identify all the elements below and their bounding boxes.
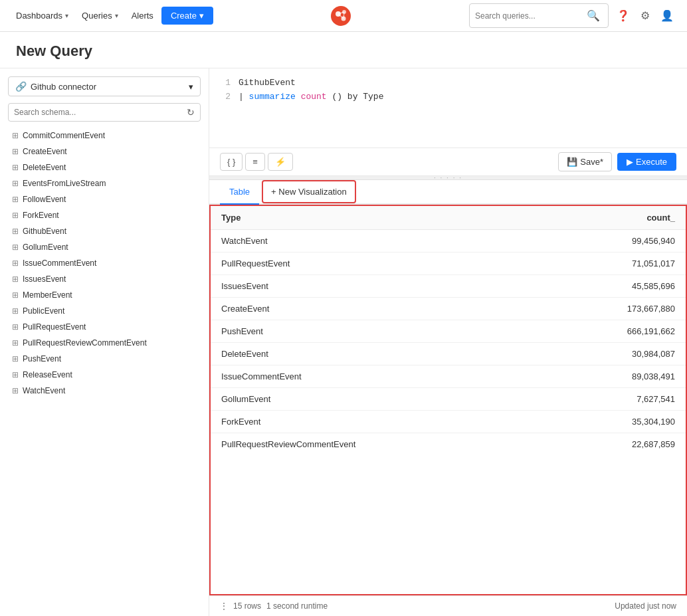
schema-item-label: IssuesEvent	[23, 274, 66, 284]
schema-item-label: CreateEvent	[23, 147, 67, 156]
schema-item[interactable]: ⊞ IssuesEvent	[8, 272, 201, 286]
schema-item[interactable]: ⊞ PublicEvent	[8, 304, 201, 318]
schema-item[interactable]: ⊞ ForkEvent	[8, 208, 201, 223]
schema-item[interactable]: ⊞ IssueCommentEvent	[8, 256, 201, 270]
table-icon: ⊞	[12, 274, 19, 284]
tab-new-visualization[interactable]: + New Visualization	[262, 180, 356, 203]
cell-count: 22,687,859	[540, 433, 686, 456]
table-row: ForkEvent 35,304,190	[211, 411, 686, 433]
schema-item[interactable]: ⊞ PullRequestEvent	[8, 320, 201, 334]
schema-item[interactable]: ⊞ MemberEvent	[8, 288, 201, 302]
schema-item-label: WatchEvent	[23, 386, 65, 395]
runtime-info: 1 second runtime	[266, 601, 328, 611]
schema-item[interactable]: ⊞ FollowEvent	[8, 192, 201, 207]
schema-item-label: PullRequestReviewCommentEvent	[23, 338, 147, 348]
schema-item[interactable]: ⊞ WatchEvent	[8, 383, 201, 398]
editor-section: 1 GithubEvent 2 | summarize count () by …	[209, 68, 687, 176]
page-header: New Query	[0, 32, 687, 68]
cell-type: PullRequestEvent	[211, 253, 540, 275]
schema-item-label: PushEvent	[23, 354, 61, 363]
sidebar: 🔗 Github connector ▾ ↻ ⊞ CommitCommentEv…	[0, 68, 209, 616]
search-bar[interactable]: 🔍	[469, 3, 609, 28]
table-icon: ⊞	[12, 131, 19, 140]
table-icon: ⊞	[12, 338, 19, 348]
schema-item[interactable]: ⊞ CommitCommentEvent	[8, 128, 201, 143]
refresh-icon[interactable]: ↻	[187, 107, 195, 118]
cell-count: 99,456,940	[540, 230, 686, 253]
help-icon[interactable]: ❓	[614, 7, 633, 25]
toolbar-left: { } ≡ ⚡	[220, 153, 293, 171]
code-editor[interactable]: 1 GithubEvent 2 | summarize count () by …	[209, 68, 687, 148]
settings-icon[interactable]: ⚙	[638, 7, 652, 25]
nav-alerts[interactable]: Alerts	[126, 7, 159, 25]
cell-type: CreateEvent	[211, 298, 540, 320]
cell-count: 30,984,087	[540, 343, 686, 365]
table-icon: ⊞	[12, 306, 19, 316]
cell-type: ForkEvent	[211, 411, 540, 433]
execute-play-icon: ▶	[627, 157, 633, 167]
format-button[interactable]: { }	[220, 153, 243, 171]
schema-item-label: FollowEvent	[23, 195, 66, 204]
create-chevron-icon: ▾	[199, 11, 204, 21]
connector-select[interactable]: 🔗 Github connector ▾	[8, 76, 201, 96]
table-icon: ⊞	[12, 290, 19, 300]
schema-button[interactable]: ≡	[245, 153, 265, 171]
search-icon[interactable]: 🔍	[584, 7, 603, 25]
schema-item[interactable]: ⊞ GithubEvent	[8, 224, 201, 239]
table-body: WatchEvent 99,456,940 PullRequestEvent 7…	[211, 230, 686, 456]
schema-item[interactable]: ⊞ CreateEvent	[8, 144, 201, 159]
table-icon: ⊞	[12, 195, 19, 204]
save-button[interactable]: 💾 Save*	[558, 152, 612, 171]
table-icon: ⊞	[12, 163, 19, 172]
results-footer: ⋮ 15 rows 1 second runtime Updated just …	[209, 595, 687, 616]
queries-label: Queries	[82, 11, 112, 21]
cell-type: PushEvent	[211, 320, 540, 343]
execute-button[interactable]: ▶ Execute	[617, 153, 676, 171]
connector-chevron-icon: ▾	[189, 82, 193, 92]
code-content: | summarize count () by Type	[239, 90, 383, 104]
queries-chevron-icon: ▾	[115, 12, 118, 19]
page: New Query 🔗 Github connector ▾ ↻ ⊞ Commi…	[0, 32, 687, 616]
table-icon: ⊞	[12, 243, 19, 252]
nav-dashboards[interactable]: Dashboards ▾	[11, 7, 74, 25]
top-nav: Dashboards ▾ Queries ▾ Alerts Create ▾	[0, 0, 687, 32]
schema-search-input[interactable]	[14, 108, 184, 117]
schema-item[interactable]: ⊞ EventsFromLiveStream	[8, 176, 201, 191]
connector-icon: 🔗	[15, 81, 27, 92]
schema-item[interactable]: ⊞ PullRequestReviewCommentEvent	[8, 336, 201, 350]
cell-type: IssueCommentEvent	[211, 365, 540, 388]
rows-info: 15 rows	[233, 601, 261, 611]
col-type-header: Type	[211, 206, 540, 230]
table-row: IssueCommentEvent 89,038,491	[211, 365, 686, 388]
tab-table[interactable]: Table	[220, 180, 259, 205]
user-avatar[interactable]: 👤	[658, 7, 676, 25]
autocomplete-button[interactable]: ⚡	[268, 153, 293, 171]
schema-item[interactable]: ⊞ DeleteEvent	[8, 160, 201, 175]
schema-item-label: ForkEvent	[23, 211, 59, 220]
schema-item[interactable]: ⊞ ReleaseEvent	[8, 367, 201, 382]
schema-item-label: ReleaseEvent	[23, 370, 72, 379]
search-input[interactable]	[475, 11, 581, 21]
schema-item-label: GollumEvent	[23, 243, 68, 252]
tab-table-label: Table	[229, 187, 250, 197]
schema-item-label: DeleteEvent	[23, 163, 66, 172]
table-row: PullRequestEvent 71,051,017	[211, 253, 686, 275]
schema-item[interactable]: ⊞ PushEvent	[8, 352, 201, 366]
schema-item-label: PublicEvent	[23, 306, 64, 316]
cell-count: 666,191,662	[540, 320, 686, 343]
nav-queries[interactable]: Queries ▾	[76, 7, 124, 25]
save-icon: 💾	[567, 157, 577, 167]
cell-count: 71,051,017	[540, 253, 686, 275]
footer-menu-icon[interactable]: ⋮	[220, 601, 228, 611]
schema-search[interactable]: ↻	[8, 103, 201, 122]
cell-count: 89,038,491	[540, 365, 686, 388]
toolbar-right: 💾 Save* ▶ Execute	[558, 152, 676, 171]
create-button[interactable]: Create ▾	[161, 7, 213, 25]
cell-count: 173,667,880	[540, 298, 686, 320]
table-row: PullRequestReviewCommentEvent 22,687,859	[211, 433, 686, 456]
cell-type: WatchEvent	[211, 230, 540, 253]
schema-item[interactable]: ⊞ GollumEvent	[8, 240, 201, 255]
execute-label: Execute	[636, 157, 667, 167]
footer-left: ⋮ 15 rows 1 second runtime	[220, 601, 328, 611]
results-table-wrapper[interactable]: Type count_ WatchEvent 99,456,940 PullRe…	[209, 205, 687, 595]
